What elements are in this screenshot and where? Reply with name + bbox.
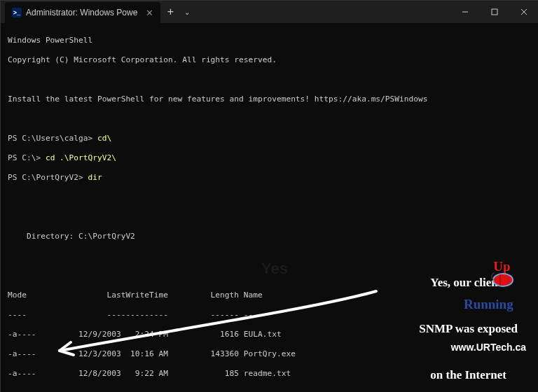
prompt-line: PS C:\Users\calga> cd\ xyxy=(8,134,532,144)
prompt-line: PS C:\PortQryV2> dir xyxy=(8,173,532,183)
banner-line: Copyright (C) Microsoft Corporation. All… xyxy=(8,55,532,65)
terminal-body[interactable]: Windows PowerShell Copyright (C) Microso… xyxy=(1,23,538,392)
svg-point-4 xyxy=(493,274,513,286)
banner-line: Install the latest PowerShell for new fe… xyxy=(8,94,532,104)
close-button[interactable] xyxy=(509,1,538,23)
prompt-line: PS C:\> cd .\PortQryV2\ xyxy=(8,153,532,163)
ghost-text: Yes xyxy=(261,264,288,274)
brand-url: www.URTech.ca xyxy=(451,342,526,352)
titlebar: >_ Administrator: Windows Powe ✕ + ⌄ xyxy=(1,1,538,23)
watermark: Up Running www.URTech.ca xyxy=(451,230,526,372)
tab-powershell[interactable]: >_ Administrator: Windows Powe ✕ xyxy=(5,2,160,23)
maximize-button[interactable] xyxy=(480,1,509,23)
new-tab-button[interactable]: + xyxy=(160,6,180,18)
svg-rect-1 xyxy=(492,9,497,15)
terminal-window: >_ Administrator: Windows Powe ✕ + ⌄ Win… xyxy=(0,0,538,392)
tab-dropdown-button[interactable]: ⌄ xyxy=(180,8,194,16)
powershell-icon: >_ xyxy=(12,8,22,18)
tab-title: Administrator: Windows Powe xyxy=(26,8,137,18)
banner-line: Windows PowerShell xyxy=(8,36,532,46)
mouse-icon xyxy=(490,272,514,288)
minimize-button[interactable] xyxy=(450,1,480,23)
brand-logo: Up Running xyxy=(451,250,526,321)
tab-close-icon[interactable]: ✕ xyxy=(146,8,153,18)
